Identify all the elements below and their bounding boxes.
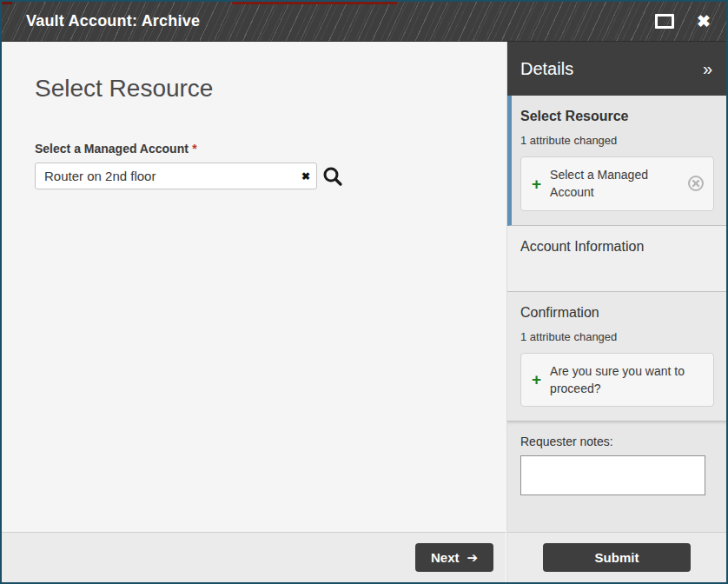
details-header: Details » <box>507 42 726 96</box>
titlebar-red-accent <box>232 2 397 4</box>
arrow-right-icon: ➔ <box>467 550 478 566</box>
attribute-added-icon: + <box>532 371 541 388</box>
managed-account-input-wrap: ✖ <box>35 163 317 189</box>
main-content: Select Resource Select a Managed Account… <box>2 42 506 532</box>
sidebar-section-select-resource[interactable]: Select Resource 1 attribute changed + Se… <box>507 96 726 226</box>
dialog-body: Select Resource Select a Managed Account… <box>2 42 726 582</box>
managed-account-input[interactable] <box>35 163 317 189</box>
next-button-label: Next <box>431 550 460 565</box>
managed-account-input-row: ✖ <box>35 163 489 189</box>
main-panel: Select Resource Select a Managed Account… <box>2 42 506 582</box>
vault-account-dialog: Vault Account: Archive ✖ Select Resource… <box>0 0 728 584</box>
sidebar-section-account-information[interactable]: Account Information <box>507 226 726 292</box>
window-controls: ✖ <box>655 13 711 30</box>
details-title: Details <box>520 59 573 79</box>
page-title: Select Resource <box>35 75 489 103</box>
titlebar: Vault Account: Archive ✖ <box>2 2 726 42</box>
main-footer: Next ➔ <box>2 532 506 582</box>
remove-attribute-icon[interactable] <box>687 175 705 192</box>
attribute-added-icon: + <box>532 176 541 192</box>
changed-attribute-text: Select a Managed Account <box>550 166 678 202</box>
close-icon[interactable]: ✖ <box>697 13 711 30</box>
section-status: 1 attribute changed <box>520 330 714 343</box>
section-title: Confirmation <box>520 305 714 321</box>
managed-account-label: Select a Managed Account <box>35 142 189 156</box>
required-marker: * <box>192 142 196 156</box>
details-sidebar: Details » Select Resource 1 attribute ch… <box>506 42 726 582</box>
requester-notes-section: Requester notes: <box>507 421 726 532</box>
window-title: Vault Account: Archive <box>26 12 200 30</box>
maximize-icon[interactable] <box>655 14 674 29</box>
requester-notes-input[interactable] <box>520 455 705 495</box>
changed-attribute-card[interactable]: + Are you sure you want to proceed? <box>520 353 714 408</box>
titlebar-red-accent-left <box>2 2 12 4</box>
search-icon[interactable] <box>321 165 344 188</box>
managed-account-field: Select a Managed Account * ✖ <box>35 141 489 189</box>
submit-button[interactable]: Submit <box>543 543 691 572</box>
next-button[interactable]: Next ➔ <box>415 543 493 572</box>
section-status: 1 attribute changed <box>520 134 714 147</box>
requester-notes-label: Requester notes: <box>520 435 613 448</box>
changed-attribute-card[interactable]: + Select a Managed Account <box>520 156 714 211</box>
section-title: Account Information <box>520 239 714 255</box>
changed-attribute-text: Are you sure you want to proceed? <box>550 362 705 398</box>
clear-input-icon[interactable]: ✖ <box>301 170 310 182</box>
sidebar-section-confirmation[interactable]: Confirmation 1 attribute changed + Are y… <box>507 292 726 422</box>
section-title: Select Resource <box>520 109 714 124</box>
sidebar-footer: Submit <box>507 532 726 582</box>
collapse-sidebar-icon[interactable]: » <box>703 59 712 79</box>
